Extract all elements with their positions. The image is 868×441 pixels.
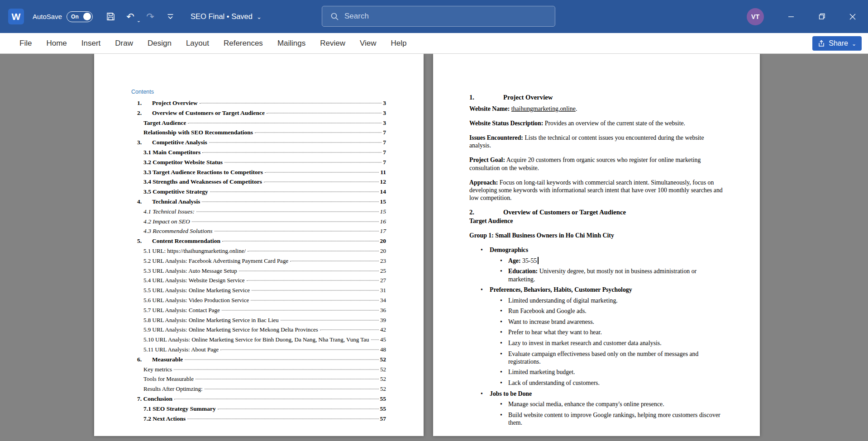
toc-entry[interactable]: Target Audience3 <box>131 119 386 129</box>
titlebar: W AutoSave On ↶ ⌄ ↷ SEO Final • Saved ⌄ … <box>0 0 868 33</box>
toc-entry[interactable]: 5.5 URL Analysis: Online Marketing Servi… <box>131 287 386 297</box>
toc-entry[interactable]: 2.Overview of Customers or Target Audien… <box>131 109 386 119</box>
bullet-icon: • <box>500 297 502 304</box>
toc-entry[interactable]: 7. Conclusion55 <box>131 395 386 405</box>
toc-dotted-leader <box>192 221 379 222</box>
sub-bullet-item: •Age: 35-55 <box>469 257 724 265</box>
toc-entry[interactable]: 3.5 Competitive Strategy14 <box>131 188 386 198</box>
ribbon-tab-design[interactable]: Design <box>140 33 179 54</box>
ribbon-tab-references[interactable]: References <box>216 33 270 54</box>
toc-entry[interactable]: 3.2 Competitor Website Status7 <box>131 159 386 169</box>
toc-page-number: 3 <box>383 119 386 127</box>
search-box[interactable]: Search <box>322 6 555 27</box>
ribbon-tab-review[interactable]: Review <box>313 33 353 54</box>
redo-button[interactable]: ↷ <box>142 8 159 25</box>
ribbon-tab-insert[interactable]: Insert <box>74 33 108 54</box>
toc-entry[interactable]: 4.3 Recommended Solutions17 <box>131 228 386 237</box>
toc-dotted-leader <box>239 270 379 271</box>
toc-entry[interactable]: Relationship with SEO Recommendations7 <box>131 129 386 139</box>
toc-dotted-leader <box>188 123 382 123</box>
toc-entry[interactable]: 4.2 Impact on SEO16 <box>131 218 386 228</box>
toc-dotted-leader <box>210 192 379 192</box>
toc-heading: Contents <box>131 88 386 95</box>
ribbon-tab-view[interactable]: View <box>353 33 384 54</box>
undo-button[interactable]: ↶ ⌄ <box>122 8 139 25</box>
toc-entry[interactable]: 5.7 URL Analysis: Contact Page36 <box>131 307 386 317</box>
toc-page-number: 14 <box>380 188 386 195</box>
autosave-toggle[interactable]: On <box>67 11 93 22</box>
toc-entry[interactable]: 3.4 Strengths and Weaknesses of Competit… <box>131 178 386 188</box>
toc-entry[interactable]: 7.1 SEO Strategy Summary55 <box>131 405 386 415</box>
toc-entry[interactable]: 5.11 URL Analysis: About Page48 <box>131 346 386 356</box>
restore-icon <box>819 13 825 20</box>
toc-page-number: 52 <box>380 385 386 393</box>
undo-dropdown-icon: ⌄ <box>137 18 141 24</box>
toc-dotted-leader <box>174 398 378 399</box>
save-button[interactable] <box>102 8 119 25</box>
avatar-initials: VT <box>751 13 759 20</box>
share-button[interactable]: Share ⌄ <box>812 36 862 51</box>
toc-entry[interactable]: 5.9 URL Analysis: Online Marketing Servi… <box>131 326 386 336</box>
toc-entry-title: 7.2 Next Actions <box>143 415 186 422</box>
autosave-label: AutoSave <box>33 13 62 20</box>
toc-entry[interactable]: 5.2 URL Analysis: Facebook Advertising P… <box>131 257 386 267</box>
sub-bullet-item: •Want to increase brand awareness. <box>469 318 724 326</box>
ribbon-tab-draw[interactable]: Draw <box>108 33 140 54</box>
ribbon-tab-mailings[interactable]: Mailings <box>270 33 313 54</box>
toc-entry-title: 3.3 Target Audience Reactions to Competi… <box>143 169 263 176</box>
website-link[interactable]: thaihungmarketing.online <box>511 105 576 112</box>
toc-entry[interactable]: 5.1 URL: https://thaihungmarketing.onlin… <box>131 247 386 257</box>
toc-entry[interactable]: 5.3 URL Analysis: Auto Message Setup25 <box>131 267 386 277</box>
toc-entry-number: 2. <box>137 109 152 117</box>
toc-entry[interactable]: Key metrics52 <box>131 366 386 376</box>
toc-dotted-leader <box>290 261 379 261</box>
bullet-icon: • <box>500 267 502 275</box>
toc-entry[interactable]: 5.8 URL Analysis: Online Marketing Servi… <box>131 317 386 327</box>
toc-entry[interactable]: 7.2 Next Actions57 <box>131 415 386 425</box>
toc-page-number: 16 <box>380 218 386 225</box>
toc-entry[interactable]: 3.1 Main Competitors7 <box>131 149 386 159</box>
bullet-icon: • <box>481 246 483 254</box>
toc-page-number: 7 <box>383 129 386 136</box>
document-title[interactable]: SEO Final • Saved ⌄ <box>191 12 262 21</box>
toc-page-number: 52 <box>380 356 386 363</box>
toc-entry[interactable]: 3.3 Target Audience Reactions to Competi… <box>131 169 386 179</box>
toc-dotted-leader <box>264 182 378 182</box>
ribbon-tab-file[interactable]: File <box>12 33 39 54</box>
titlebar-right-controls: VT <box>747 0 868 33</box>
restore-button[interactable] <box>806 0 837 33</box>
toc-entry[interactable]: 5.Content Recommendation20 <box>131 237 386 247</box>
toc-entry[interactable]: 5.10 URL Analysis: Online Marketing Serv… <box>131 336 386 346</box>
toc-page-number: 57 <box>380 415 386 422</box>
quick-access-toolbar-button[interactable] <box>162 8 179 25</box>
ribbon-tab-layout[interactable]: Layout <box>179 33 216 54</box>
toc-entry[interactable]: 4.Technical Analysis15 <box>131 198 386 208</box>
sub-bullet-item: •Evaluate campaign effectiveness based o… <box>469 350 724 365</box>
text-cursor <box>538 257 539 264</box>
toc-entry[interactable]: Tools for Measurable52 <box>131 375 386 385</box>
toc-page-number: 36 <box>380 307 386 314</box>
toc-page-number: 20 <box>380 237 386 245</box>
share-chevron-icon: ⌄ <box>852 41 856 47</box>
toc-entry[interactable]: 6.Measurable52 <box>131 356 386 366</box>
toc-page-number: 34 <box>380 297 386 304</box>
toc-entry[interactable]: Results After Optimzing:52 <box>131 385 386 395</box>
toc-entry[interactable]: 4.1 Technical Issues:15 <box>131 208 386 218</box>
close-button[interactable] <box>837 0 868 33</box>
bullet-item: •Demographics <box>469 246 724 254</box>
toc-dotted-leader <box>248 251 379 251</box>
ribbon-tab-help[interactable]: Help <box>384 33 414 54</box>
toc-dotted-leader <box>209 142 382 143</box>
document-body: 1.Project Overview Website Name: thaihun… <box>433 54 760 427</box>
ribbon-tab-home[interactable]: Home <box>39 33 74 54</box>
minimize-button[interactable] <box>776 0 806 33</box>
word-logo-icon: W <box>8 8 24 25</box>
toc-dotted-leader <box>320 330 379 330</box>
toc-page-number: 42 <box>380 326 386 333</box>
toc-dotted-leader <box>196 211 378 212</box>
toc-entry[interactable]: 1.Project Overview3 <box>131 100 386 109</box>
toc-entry[interactable]: 3.Competitive Analysis7 <box>131 139 386 149</box>
toc-entry[interactable]: 5.4 URL Analysis: Website Design Service… <box>131 277 386 287</box>
toc-entry[interactable]: 5.6 URL Analysis: Video Production Servi… <box>131 297 386 307</box>
avatar[interactable]: VT <box>747 8 764 25</box>
